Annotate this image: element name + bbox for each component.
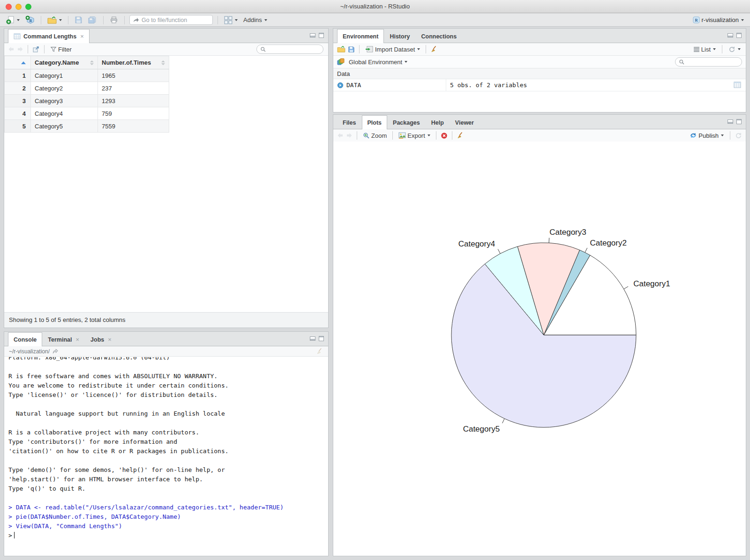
pie-label: Category5 (463, 425, 500, 433)
console-line: Natural language support but running in … (8, 409, 328, 418)
tab-command-lengths[interactable]: Command Lengths × (8, 29, 90, 43)
text-cursor (14, 532, 15, 538)
tab-viewer[interactable]: Viewer (450, 115, 480, 129)
tab-connections[interactable]: Connections (415, 29, 462, 43)
window-title: ~/r-visualization - RStudio (0, 0, 750, 13)
tab-packages[interactable]: Packages (387, 115, 426, 129)
column-header-number-of-times[interactable]: Number.of.Times (98, 56, 169, 69)
save-all-button[interactable] (87, 15, 98, 25)
previous-plot-icon[interactable] (337, 133, 344, 138)
environment-object-row[interactable]: DATA5 obs. of 2 variables (333, 79, 746, 91)
new-file-icon (6, 16, 15, 24)
pane-layout-button[interactable] (223, 15, 239, 25)
table-row[interactable]: 2Category2237 (5, 82, 169, 95)
toolbar-separator (28, 45, 28, 53)
close-icon[interactable]: × (80, 33, 84, 40)
save-workspace-icon[interactable] (348, 46, 355, 53)
popout-window-icon[interactable] (32, 45, 40, 53)
maximize-pane-icon[interactable] (736, 33, 742, 38)
tab-jobs[interactable]: Jobs× (85, 332, 117, 346)
maximize-pane-icon[interactable] (319, 33, 324, 38)
console-line (8, 418, 328, 428)
plots-tabstrip: Files Plots Packages Help Viewer (333, 115, 746, 129)
table-row[interactable]: 1Category11965 (5, 69, 169, 82)
environment-pane: Environment History Connections Import D… (333, 28, 746, 112)
list-view-button[interactable]: List (692, 45, 717, 54)
table-row[interactable]: 4Category4759 (5, 107, 169, 120)
zoom-plot-button[interactable]: Zoom (361, 131, 388, 140)
tab-console[interactable]: Console (8, 332, 42, 346)
environment-scope-selector[interactable]: Global Environment (347, 58, 409, 67)
table-row[interactable]: 5Category57559 (5, 120, 169, 133)
open-file-caret-icon (59, 19, 62, 21)
view-table-icon[interactable] (734, 82, 741, 88)
remove-plot-icon[interactable] (441, 132, 448, 139)
console-output[interactable]: Platform: x86_64-apple-darwin15.6.0 (64-… (4, 357, 328, 556)
goto-directory-icon[interactable] (52, 349, 59, 354)
forward-icon[interactable] (17, 46, 23, 52)
environment-toolbar: Import Dataset List (333, 43, 746, 56)
tab-label: Terminal (48, 336, 72, 343)
next-plot-icon[interactable] (346, 133, 352, 138)
refresh-plot-icon[interactable] (735, 132, 742, 139)
toolbar-separator (359, 45, 360, 53)
maximize-pane-icon[interactable] (736, 119, 742, 124)
table-search-input[interactable] (268, 46, 320, 52)
table-row[interactable]: 3Category31293 (5, 95, 169, 107)
filter-funnel-icon (50, 46, 57, 52)
table-search-box[interactable] (256, 45, 323, 54)
toolbar-separator (103, 16, 104, 24)
row-number-header[interactable] (5, 56, 31, 69)
close-icon[interactable]: × (75, 336, 79, 343)
toolbar-separator (452, 131, 452, 140)
tab-history[interactable]: History (384, 29, 415, 43)
print-button[interactable] (108, 15, 120, 25)
clear-console-broom-icon[interactable] (316, 348, 323, 355)
tab-help[interactable]: Help (426, 115, 450, 129)
open-file-button[interactable] (46, 15, 63, 25)
import-dataset-button[interactable]: Import Dataset (364, 45, 421, 54)
back-icon[interactable] (8, 46, 15, 52)
clear-all-plots-broom-icon[interactable] (457, 132, 464, 139)
tab-label: Console (14, 336, 37, 343)
goto-file-input[interactable] (142, 17, 210, 23)
console-prompt-line[interactable]: > (8, 531, 328, 540)
refresh-environment-button[interactable] (727, 45, 742, 54)
goto-file-search[interactable] (129, 15, 213, 25)
console-line: Type 'demo()' for some demos, 'help()' f… (8, 465, 328, 475)
export-plot-button[interactable]: Export (397, 131, 432, 140)
console-pane: Console Terminal× Jobs× ~/r-visualizatio… (4, 331, 329, 556)
close-icon[interactable]: × (108, 336, 112, 343)
tab-files[interactable]: Files (337, 115, 362, 129)
minimize-pane-icon[interactable] (310, 336, 315, 341)
search-icon (679, 59, 685, 65)
row-number-cell: 3 (5, 95, 31, 107)
plot-area: Category1Category2Category3Category4Cate… (333, 142, 746, 556)
zoom-label: Zoom (371, 132, 387, 139)
console-line: 'help.start()' for an HTML browser inter… (8, 475, 328, 484)
minimize-pane-icon[interactable] (728, 119, 733, 124)
maximize-pane-icon[interactable] (319, 336, 324, 341)
console-line: > pie(DATA$Number.of.Times, DATA$Categor… (8, 512, 328, 522)
load-workspace-folder-icon[interactable] (337, 46, 345, 52)
project-selector[interactable]: R r-visualization (691, 15, 745, 25)
minimize-pane-icon[interactable] (728, 33, 733, 37)
save-button[interactable] (73, 15, 84, 25)
publish-button[interactable]: Publish (688, 131, 725, 140)
clear-environment-broom-icon[interactable] (430, 45, 438, 53)
table-cell: Category2 (31, 82, 98, 95)
addins-button[interactable]: Addins (242, 15, 269, 24)
expand-object-icon[interactable] (337, 82, 344, 89)
minimize-pane-icon[interactable] (310, 33, 315, 37)
tab-environment[interactable]: Environment (337, 29, 384, 43)
tab-plots[interactable]: Plots (362, 115, 388, 129)
toolbar-separator (124, 16, 125, 24)
new-file-button[interactable] (5, 15, 21, 25)
save-icon (75, 16, 82, 24)
column-header-category-name[interactable]: Category.Name (31, 56, 98, 69)
new-project-button[interactable]: R (24, 15, 36, 25)
environment-search-input[interactable] (687, 59, 738, 65)
filter-button[interactable]: Filter (49, 45, 73, 54)
tab-terminal[interactable]: Terminal× (42, 332, 85, 346)
environment-search-box[interactable] (675, 57, 742, 67)
